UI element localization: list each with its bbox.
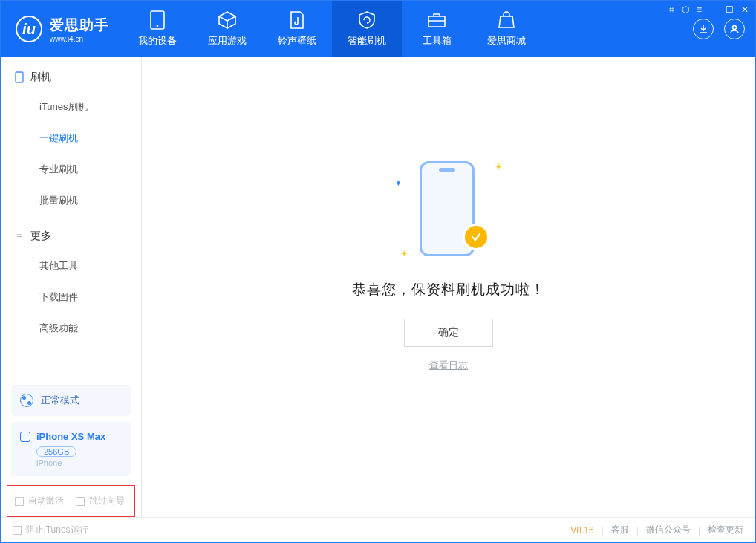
svg-point-3 [733, 26, 737, 30]
checkbox-label: 跳过向导 [89, 495, 125, 507]
section-title: 刷机 [30, 71, 51, 84]
sidebar-item-download-firmware[interactable]: 下载固件 [1, 282, 141, 313]
view-log-link[interactable]: 查看日志 [429, 359, 468, 372]
mode-icon [20, 394, 33, 407]
logo-title: 爱思助手 [50, 16, 109, 35]
device-type: iPhone [36, 458, 122, 467]
sparkle-icon: ✦ [394, 178, 403, 189]
sidebar: 刷机 iTunes刷机 一键刷机 专业刷机 批量刷机 ≡ 更多 其他工具 下载固… [1, 57, 142, 517]
sidebar-item-advanced[interactable]: 高级功能 [1, 313, 141, 344]
list-icon: ≡ [14, 231, 25, 241]
svg-rect-4 [16, 72, 23, 82]
mode-label: 正常模式 [41, 394, 79, 407]
device-small-icon [20, 432, 30, 442]
sidebar-item-pro-flash[interactable]: 专业刷机 [1, 154, 141, 185]
bag-icon [497, 10, 516, 30]
logo-mark: iu [16, 16, 42, 42]
window-controls: ⌗ ⬡ ≡ — ☐ ✕ [669, 4, 749, 15]
check-badge-icon [463, 224, 489, 250]
device-name: iPhone XS Max [36, 431, 105, 442]
sparkle-icon: ✦ [400, 248, 408, 259]
checkbox-skip-guide[interactable]: 跳过向导 [76, 495, 125, 507]
sidebar-section-flash: 刷机 [1, 71, 141, 91]
phone-small-icon [14, 72, 25, 82]
support-link[interactable]: 客服 [611, 524, 629, 536]
main-tabs: 我的设备 应用游戏 铃声壁纸 智能刷机 工具箱 爱思商城 [123, 1, 693, 57]
sidebar-item-batch-flash[interactable]: 批量刷机 [1, 185, 141, 216]
tab-label: 爱思商城 [487, 34, 526, 48]
tab-apps-games[interactable]: 应用游戏 [192, 1, 262, 57]
logo: iu 爱思助手 www.i4.cn [1, 1, 123, 57]
ok-button[interactable]: 确定 [404, 319, 493, 347]
music-file-icon [287, 10, 307, 30]
logo-url: www.i4.cn [50, 35, 109, 43]
checkbox-block-itunes[interactable]: 阻止iTunes运行 [13, 524, 88, 536]
section-title: 更多 [30, 230, 51, 243]
options-highlight-box: 自动激活 跳过向导 [7, 485, 135, 517]
sidebar-item-other-tools[interactable]: 其他工具 [1, 250, 141, 282]
qr-icon[interactable]: ⌗ [669, 4, 674, 15]
user-icon[interactable] [724, 19, 745, 39]
check-update-link[interactable]: 检查更新 [708, 524, 743, 536]
sparkle-icon: ✦ [495, 161, 503, 172]
tab-toolbox[interactable]: 工具箱 [402, 1, 472, 57]
device-storage-badge: 256GB [36, 446, 76, 457]
sidebar-item-oneclick-flash[interactable]: 一键刷机 [1, 123, 141, 154]
main-content: ✦ ✦ ✦ 恭喜您，保资料刷机成功啦！ 确定 查看日志 [142, 57, 755, 517]
header: iu 爱思助手 www.i4.cn 我的设备 应用游戏 铃声壁纸 智能刷机 [1, 1, 755, 57]
device-icon [148, 10, 167, 30]
tab-label: 工具箱 [423, 34, 452, 48]
maximize-icon[interactable]: ☐ [726, 4, 734, 15]
download-icon[interactable] [693, 19, 714, 39]
tshirt-icon[interactable]: ⬡ [682, 4, 689, 15]
tab-label: 我的设备 [138, 34, 177, 48]
minimize-icon[interactable]: — [709, 4, 718, 15]
footer: 阻止iTunes运行 V8.16 | 客服 | 微信公众号 | 检查更新 [1, 517, 755, 542]
checkbox-label: 自动激活 [28, 495, 64, 507]
menu-icon[interactable]: ≡ [697, 4, 702, 15]
tab-label: 铃声壁纸 [278, 34, 316, 48]
version-label: V8.16 [570, 525, 593, 536]
tab-smart-flash[interactable]: 智能刷机 [332, 1, 402, 57]
close-icon[interactable]: ✕ [741, 4, 749, 15]
svg-point-1 [157, 25, 159, 27]
cube-icon [218, 10, 237, 30]
tab-label: 应用游戏 [208, 34, 247, 48]
wechat-link[interactable]: 微信公众号 [646, 524, 691, 536]
toolbox-icon [427, 10, 446, 30]
tab-ringtones-wallpapers[interactable]: 铃声壁纸 [262, 1, 332, 57]
svg-rect-2 [428, 16, 445, 27]
mode-card[interactable]: 正常模式 [11, 385, 131, 416]
sidebar-section-more: ≡ 更多 [1, 230, 141, 250]
success-illustration: ✦ ✦ ✦ [408, 158, 489, 262]
success-message: 恭喜您，保资料刷机成功啦！ [352, 280, 545, 299]
checkbox-label: 阻止iTunes运行 [26, 524, 88, 536]
device-card[interactable]: iPhone XS Max 256GB iPhone [11, 422, 131, 476]
tab-my-device[interactable]: 我的设备 [123, 1, 192, 57]
tab-store[interactable]: 爱思商城 [472, 1, 541, 57]
checkbox-auto-activate[interactable]: 自动激活 [15, 495, 64, 507]
shield-refresh-icon [357, 10, 377, 30]
sidebar-item-itunes-flash[interactable]: iTunes刷机 [1, 91, 141, 123]
tab-label: 智能刷机 [348, 34, 386, 48]
